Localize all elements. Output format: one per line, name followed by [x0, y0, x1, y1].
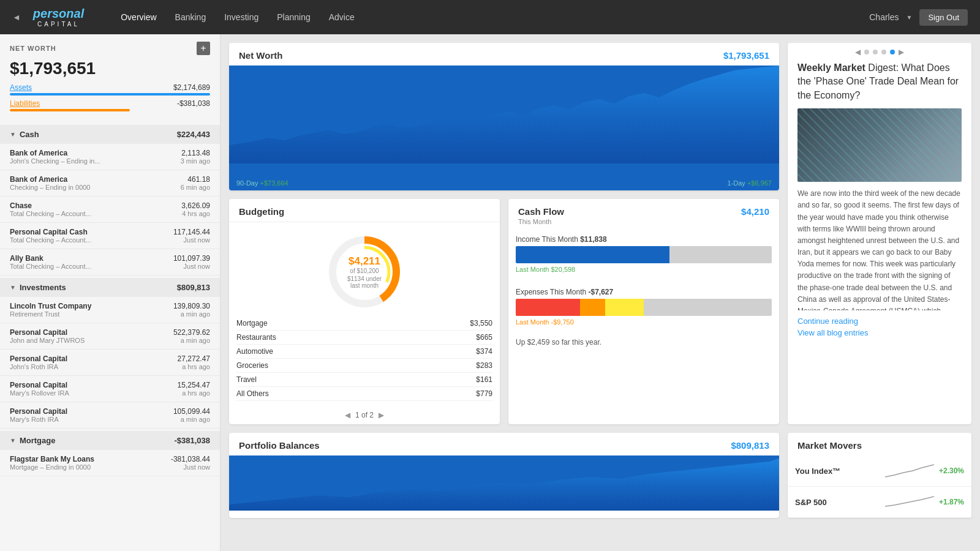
- sidebar: NET WORTH + $1,793,651 Assets $2,174,689…: [0, 34, 221, 551]
- account-item[interactable]: Flagstar Bank My Loans Mortgage – Ending…: [0, 450, 220, 476]
- cashflow-subtitle: This Month: [518, 218, 551, 225]
- blog-image-overlay: [797, 108, 962, 182]
- period-90: 90-Day +$73,664: [236, 179, 288, 187]
- market-change-2: +1.87%: [939, 498, 964, 506]
- portfolio-chart: [229, 455, 779, 511]
- budgeting-title: Budgeting: [239, 206, 284, 217]
- blog-prev-arrow[interactable]: ◀: [855, 48, 861, 56]
- account-item[interactable]: Personal Capital John and Mary JTWROS 52…: [0, 323, 220, 350]
- user-menu[interactable]: Charles: [869, 12, 899, 22]
- account-item[interactable]: Personal Capital Cash Total Checking – A…: [0, 223, 220, 249]
- blog-card: ◀ ▶ Weekly Market Digest: What Does the …: [788, 43, 971, 424]
- budgeting-header: Budgeting: [229, 199, 500, 222]
- market-movers-header: Market Movers: [788, 433, 971, 455]
- cash-section: ▼ Cash $224,443 Bank of America John's C…: [0, 125, 220, 276]
- view-all-link[interactable]: View all blog entries: [797, 328, 962, 337]
- donut-sub: $1134 under last month: [345, 276, 385, 289]
- net-worth-breakdown: Assets $2,174,689 Liabilities -$381,038: [0, 83, 220, 122]
- blog-next-arrow[interactable]: ▶: [899, 48, 904, 56]
- net-worth-label: NET WORTH: [10, 45, 56, 52]
- blog-text: We are now into the third week of the ne…: [788, 188, 971, 310]
- period-1d: 1-Day +$6,967: [728, 179, 772, 187]
- cashflow-summary: Up $2,459 so far this year.: [508, 335, 779, 353]
- cash-chevron: ▼: [10, 131, 16, 138]
- collapse-button[interactable]: ◄: [12, 12, 21, 22]
- assets-bar: [10, 93, 210, 96]
- blog-dot-1[interactable]: [864, 50, 869, 54]
- assets-label[interactable]: Assets: [10, 83, 32, 92]
- blog-dot-3[interactable]: [881, 50, 886, 54]
- nav-banking[interactable]: Banking: [175, 12, 206, 22]
- assets-row: Assets $2,174,689: [10, 83, 210, 92]
- budget-cashflow-row: Budgeting $4,211: [229, 199, 779, 424]
- income-last-month: Last Month $20,598: [516, 266, 772, 273]
- account-item[interactable]: Lincoln Trust Company Retirement Trust 1…: [0, 297, 220, 323]
- blog-links: Continue reading View all blog entries: [788, 310, 971, 343]
- continue-reading-link[interactable]: Continue reading: [797, 317, 962, 326]
- nav-planning[interactable]: Planning: [277, 12, 311, 22]
- market-change-1: +2.30%: [939, 467, 964, 475]
- liabilities-label[interactable]: Liabilities: [10, 99, 40, 108]
- income-section: Income This Month $11,838 Last Month $20…: [508, 230, 779, 283]
- investments-section-header[interactable]: ▼ Investments $809,813: [0, 278, 220, 297]
- portfolio-header: Portfolio Balances $809,813: [229, 433, 779, 455]
- nav-investing[interactable]: Investing: [224, 12, 258, 22]
- market-row: S&P 500 +1.87%: [788, 487, 971, 518]
- cash-total: $224,443: [177, 130, 210, 139]
- net-worth-card-header: Net Worth $1,793,651: [229, 43, 779, 66]
- cash-title: Cash: [20, 130, 39, 139]
- portfolio-card: Portfolio Balances $809,813: [229, 433, 779, 518]
- blog-nav: ◀ ▶: [788, 43, 971, 61]
- signout-button[interactable]: Sign Out: [919, 9, 968, 26]
- income-bar-remaining: [669, 246, 772, 263]
- market-movers-title: Market Movers: [797, 440, 862, 451]
- budget-donut: $4,211 of $10,200 $1134 under last month: [325, 232, 404, 312]
- add-account-button[interactable]: +: [197, 42, 210, 55]
- cashflow-card: Cash Flow $4,210 This Month Income This …: [508, 199, 779, 424]
- nav-overview[interactable]: Overview: [121, 12, 156, 22]
- blog-dot-4[interactable]: [890, 50, 895, 54]
- sidebar-net-worth-value: $1,793,651: [0, 58, 220, 83]
- budget-row: Mortgage $3,550: [236, 317, 492, 331]
- logo-personal: personal: [33, 7, 84, 21]
- account-item[interactable]: Personal Capital Mary's Rollover IRA 15,…: [0, 376, 220, 402]
- portfolio-title: Portfolio Balances: [239, 440, 320, 451]
- budget-row: Groceries $283: [236, 359, 492, 373]
- nav-advice[interactable]: Advice: [329, 12, 355, 22]
- account-item[interactable]: Personal Capital John's Roth IRA 27,272.…: [0, 350, 220, 376]
- account-item[interactable]: Chase Total Checking – Account... 3,626.…: [0, 197, 220, 223]
- budget-list: Mortgage $3,550 Restaurants $665 Automot…: [229, 317, 500, 406]
- expenses-section: Expenses This Month -$7,627 Last Month -…: [508, 283, 779, 335]
- expenses-bar-orange: [580, 299, 606, 316]
- liabilities-value: -$381,038: [177, 99, 210, 108]
- mortgage-chevron: ▼: [10, 437, 16, 444]
- net-worth-chart: [229, 66, 779, 176]
- expenses-bar: [516, 299, 772, 316]
- blog-dot-2[interactable]: [873, 50, 878, 54]
- income-bar: [516, 246, 772, 263]
- cashflow-value: $4,210: [741, 206, 769, 217]
- nav-links: Overview Banking Investing Planning Advi…: [121, 12, 869, 22]
- account-item[interactable]: Ally Bank Total Checking – Account... 10…: [0, 249, 220, 276]
- mortgage-title: Mortgage: [20, 436, 56, 445]
- budget-row: Automotive $374: [236, 345, 492, 359]
- cash-section-header[interactable]: ▼ Cash $224,443: [0, 125, 220, 144]
- investments-section: ▼ Investments $809,813 Lincoln Trust Com…: [0, 278, 220, 429]
- net-worth-chart-footer: 90-Day +$73,664 1-Day +$6,967: [229, 176, 779, 190]
- top-nav: ◄ personal CAPITAL Overview Banking Inve…: [0, 0, 980, 34]
- market-movers-card: Market Movers You Index™ +2.30% S&P 500: [788, 433, 971, 518]
- budgeting-card: Budgeting $4,211: [229, 199, 500, 424]
- investments-chevron: ▼: [10, 284, 16, 291]
- budget-prev-button[interactable]: ◀: [345, 411, 350, 419]
- expenses-bar-yellow: [605, 299, 644, 316]
- account-item[interactable]: Personal Capital Mary's Roth IRA 105,099…: [0, 402, 220, 429]
- cash-header-left: ▼ Cash: [10, 130, 39, 139]
- account-item[interactable]: Bank of America Checking – Ending in 000…: [0, 170, 220, 197]
- budget-next-button[interactable]: ▶: [379, 411, 384, 419]
- budget-page: 1 of 2: [355, 411, 374, 419]
- market-name-1: You Index™: [795, 467, 840, 476]
- nav-right: Charles ▼ Sign Out: [869, 9, 968, 26]
- account-item[interactable]: Bank of America John's Checking – Ending…: [0, 144, 220, 170]
- mortgage-section-header[interactable]: ▼ Mortgage -$381,038: [0, 431, 220, 450]
- budget-row: All Others $779: [236, 387, 492, 401]
